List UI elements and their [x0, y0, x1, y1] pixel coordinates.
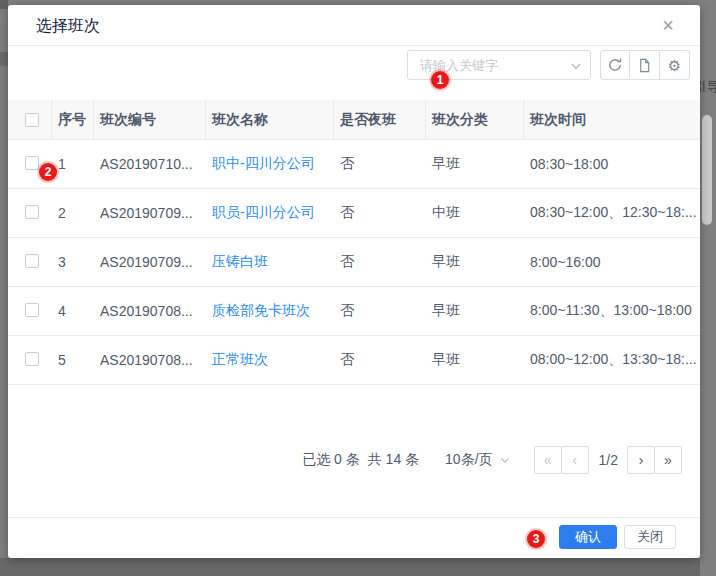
cell-time: 8:00~11:30、13:00~18:00 [524, 302, 700, 320]
chevron-down-icon[interactable] [569, 59, 583, 73]
shift-name-link[interactable]: 正常班次 [212, 351, 268, 367]
shift-name-link[interactable]: 质检部免卡班次 [212, 302, 310, 318]
column-header-category: 班次分类 [426, 100, 524, 140]
total-count: 共 14 条 [368, 451, 419, 469]
row-checkbox[interactable] [25, 352, 39, 366]
table-row: 3 AS20190709... 压铸白班 否 早班 8:00~16:00 [8, 238, 700, 287]
column-header-name: 班次名称 [206, 100, 334, 140]
page-size-value: 10条/页 [445, 451, 492, 469]
confirm-button[interactable]: 确认 [559, 525, 617, 549]
refresh-icon [607, 57, 623, 73]
background-right-strip: 引导 [700, 0, 716, 576]
table-row: 5 AS20190708... 正常班次 否 早班 08:00~12:00、13… [8, 336, 700, 385]
settings-button[interactable]: ⚙ [660, 50, 690, 80]
gear-icon: ⚙ [668, 58, 681, 73]
page-indicator: 1/2 [599, 452, 618, 468]
cell-no: 2 [52, 205, 94, 221]
annotation-badge-3: 3 [527, 530, 545, 548]
table-row: 4 AS20190708... 质检部免卡班次 否 早班 8:00~11:30、… [8, 287, 700, 336]
close-button[interactable]: 关闭 [624, 525, 676, 549]
select-all-checkbox[interactable] [25, 113, 39, 127]
dialog-header: 选择班次 × [8, 5, 700, 46]
cell-no: 4 [52, 303, 94, 319]
background-partial-text: 引导 [700, 78, 716, 96]
annotation-badge-2: 2 [39, 163, 57, 181]
dialog-footer: 确认 关闭 [8, 517, 700, 558]
cell-night: 否 [334, 253, 426, 271]
close-icon[interactable]: × [656, 13, 680, 37]
shift-name-link[interactable]: 压铸白班 [212, 253, 268, 269]
chevron-down-icon [499, 454, 511, 466]
cell-category: 早班 [426, 351, 524, 369]
annotation-badge-1: 1 [431, 71, 449, 89]
page-size-select[interactable]: 10条/页 [445, 451, 510, 469]
cell-no: 1 [52, 156, 94, 172]
first-page-button[interactable]: « [534, 446, 562, 474]
cell-time: 08:30~18:00 [524, 156, 700, 172]
cell-night: 否 [334, 155, 426, 173]
last-page-button[interactable]: » [654, 446, 682, 474]
prev-page-button[interactable]: ‹ [561, 446, 589, 474]
row-checkbox[interactable] [25, 303, 39, 317]
page-scrollbar-thumb[interactable] [702, 115, 712, 225]
next-page-button[interactable]: › [627, 446, 655, 474]
cell-code: AS20190710... [94, 156, 206, 172]
cell-code: AS20190708... [94, 352, 206, 368]
cell-night: 否 [334, 351, 426, 369]
selected-count: 已选 0 条 [302, 451, 360, 469]
cell-code: AS20190709... [94, 254, 206, 270]
export-button[interactable] [630, 50, 660, 80]
cell-category: 中班 [426, 204, 524, 222]
column-header-time: 班次时间 [524, 100, 700, 140]
table-body: 1 AS20190710... 职中-四川分公司 否 早班 08:30~18:0… [8, 140, 700, 385]
cell-time: 8:00~16:00 [524, 254, 700, 270]
cell-night: 否 [334, 302, 426, 320]
shift-name-link[interactable]: 职中-四川分公司 [212, 155, 315, 171]
select-shift-dialog: 选择班次 × ⚙ 1 2 3 序号 班次编号 班次名称 是否夜班 [8, 5, 700, 558]
cell-time: 08:30~12:00、12:30~18:... [524, 204, 700, 222]
table-header-row: 序号 班次编号 班次名称 是否夜班 班次分类 班次时间 [8, 100, 700, 140]
column-header-night: 是否夜班 [334, 100, 426, 140]
row-checkbox[interactable] [25, 205, 39, 219]
row-checkbox[interactable] [25, 254, 39, 268]
table-toolbar: ⚙ [600, 50, 691, 80]
column-header-code: 班次编号 [94, 100, 206, 140]
background-corner-block [0, 0, 8, 9]
table-row: 2 AS20190709... 职员-四川分公司 否 中班 08:30~12:0… [8, 189, 700, 238]
refresh-button[interactable] [600, 50, 630, 80]
background-bottom-band [0, 558, 716, 576]
cell-category: 早班 [426, 155, 524, 173]
background-left-block [0, 52, 8, 66]
cell-no: 3 [52, 254, 94, 270]
cell-category: 早班 [426, 253, 524, 271]
table-row: 1 AS20190710... 职中-四川分公司 否 早班 08:30~18:0… [8, 140, 700, 189]
column-header-no: 序号 [52, 100, 94, 140]
cell-code: AS20190708... [94, 303, 206, 319]
shift-name-link[interactable]: 职员-四川分公司 [212, 204, 315, 220]
cell-time: 08:00~12:00、13:30~18:... [524, 351, 700, 369]
cell-no: 5 [52, 352, 94, 368]
dialog-title: 选择班次 [36, 16, 100, 37]
cell-code: AS20190709... [94, 205, 206, 221]
cell-category: 早班 [426, 302, 524, 320]
pagination-bar: 已选 0 条 共 14 条 10条/页 « ‹ 1/2 › » [8, 443, 700, 477]
row-checkbox[interactable] [25, 156, 39, 170]
document-icon [637, 58, 652, 73]
cell-night: 否 [334, 204, 426, 222]
